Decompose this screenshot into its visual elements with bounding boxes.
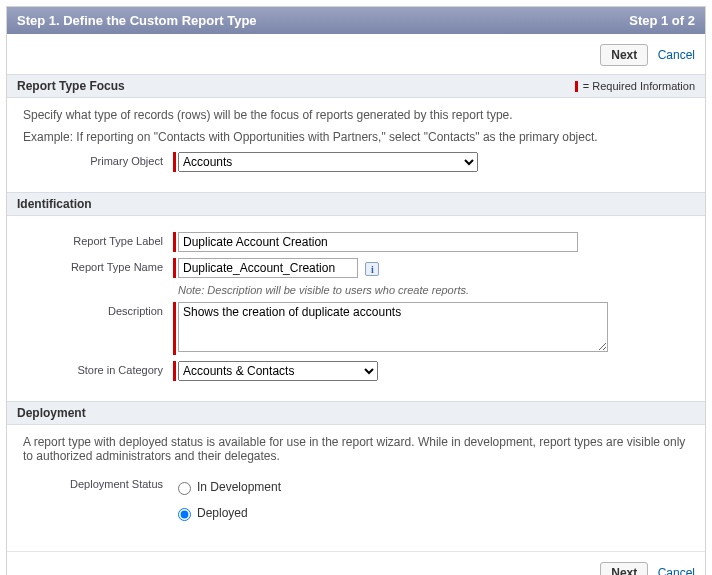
report-type-label-row: Report Type Label [23, 232, 689, 252]
category-row: Store in Category Accounts & Contacts [23, 361, 689, 381]
section-body-identification: Report Type Label Report Type Name i Not… [7, 216, 705, 401]
radio-deployed-label: Deployed [197, 506, 248, 520]
wizard-header: Step 1. Define the Custom Report Type St… [7, 7, 705, 34]
report-type-name-label: Report Type Name [23, 258, 173, 273]
section-header-focus: Report Type Focus = Required Information [7, 74, 705, 98]
required-bar-icon [575, 81, 578, 92]
info-icon[interactable]: i [365, 262, 379, 276]
required-legend-text: = Required Information [583, 80, 695, 92]
section-body-focus: Specify what type of records (rows) will… [7, 98, 705, 192]
report-type-label-input[interactable] [178, 232, 578, 252]
focus-help-1: Specify what type of records (rows) will… [23, 108, 689, 122]
section-body-deployment: A report type with deployed status is av… [7, 425, 705, 551]
required-bar [173, 361, 176, 381]
primary-object-select[interactable]: Accounts [178, 152, 478, 172]
report-type-name-row: Report Type Name i [23, 258, 689, 278]
cancel-link[interactable]: Cancel [658, 566, 695, 575]
top-action-bar: Next Cancel [7, 34, 705, 74]
category-select[interactable]: Accounts & Contacts [178, 361, 378, 381]
wizard-title: Step 1. Define the Custom Report Type [17, 13, 257, 28]
section-title-identification: Identification [17, 197, 92, 211]
description-textarea[interactable]: Shows the creation of duplicate accounts [178, 302, 608, 352]
description-label: Description [23, 302, 173, 317]
bottom-action-bar: Next Cancel [7, 551, 705, 575]
required-bar [173, 232, 176, 252]
radio-deployed[interactable] [178, 508, 191, 521]
section-title-focus: Report Type Focus [17, 79, 125, 93]
primary-object-row: Primary Object Accounts [23, 152, 689, 172]
radio-in-development-row: In Development [173, 479, 689, 495]
deployment-status-row: Deployment Status In Development Deploye… [23, 475, 689, 531]
description-note: Note: Description will be visible to use… [178, 284, 689, 296]
radio-in-development[interactable] [178, 482, 191, 495]
report-type-name-input[interactable] [178, 258, 358, 278]
deployment-status-label: Deployment Status [23, 475, 173, 490]
required-legend: = Required Information [575, 80, 695, 93]
description-row: Description Shows the creation of duplic… [23, 302, 689, 355]
deployment-help: A report type with deployed status is av… [23, 435, 689, 463]
required-bar [173, 258, 176, 278]
next-button[interactable]: Next [600, 562, 648, 575]
required-bar [173, 152, 176, 172]
radio-deployed-row: Deployed [173, 505, 689, 521]
section-header-identification: Identification [7, 192, 705, 216]
report-type-label-label: Report Type Label [23, 232, 173, 247]
section-title-deployment: Deployment [17, 406, 86, 420]
wizard-step-indicator: Step 1 of 2 [629, 13, 695, 28]
next-button[interactable]: Next [600, 44, 648, 66]
focus-help-2: Example: If reporting on "Contacts with … [23, 130, 689, 144]
category-label: Store in Category [23, 361, 173, 376]
required-bar [173, 302, 176, 355]
primary-object-label: Primary Object [23, 152, 173, 167]
cancel-link[interactable]: Cancel [658, 48, 695, 62]
radio-in-development-label: In Development [197, 480, 281, 494]
section-header-deployment: Deployment [7, 401, 705, 425]
page-container: Step 1. Define the Custom Report Type St… [6, 6, 706, 575]
